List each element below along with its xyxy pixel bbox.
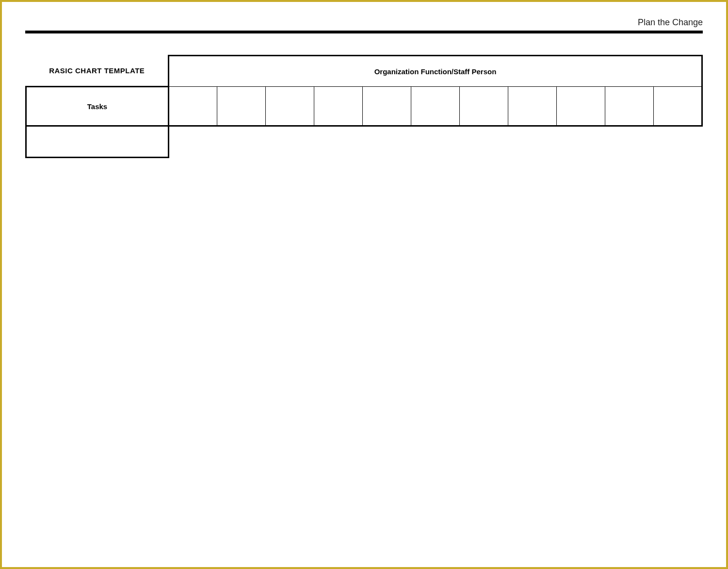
legend-row [26, 126, 702, 158]
staff-header-cell [460, 87, 508, 126]
document-frame: Plan the Change RASIC CHART TEMPLATE Org… [0, 0, 728, 569]
staff-header-cell [557, 87, 605, 126]
staff-header-cell [654, 87, 702, 126]
staff-header-cell [314, 87, 363, 126]
title-row: RASIC CHART TEMPLATE Organization Functi… [26, 56, 702, 87]
header-rule [25, 31, 703, 33]
header-right-text: Plan the Change [25, 17, 704, 31]
staff-header-cell [169, 87, 217, 126]
rasic-table: RASIC CHART TEMPLATE Organization Functi… [25, 55, 703, 158]
staff-header-cell [363, 87, 411, 126]
staff-header-cell [508, 87, 557, 126]
staff-header-cell [266, 87, 314, 126]
org-function-header: Organization Function/Staff Person [169, 56, 702, 87]
page: Plan the Change RASIC CHART TEMPLATE Org… [25, 17, 703, 548]
staff-header-cell [217, 87, 266, 126]
staff-header-cell [605, 87, 654, 126]
tasks-header-row: Tasks [26, 87, 702, 126]
staff-header-cell [411, 87, 460, 126]
legend-cell [26, 126, 169, 158]
tasks-header: Tasks [26, 87, 169, 126]
chart-title: RASIC CHART TEMPLATE [26, 56, 169, 87]
